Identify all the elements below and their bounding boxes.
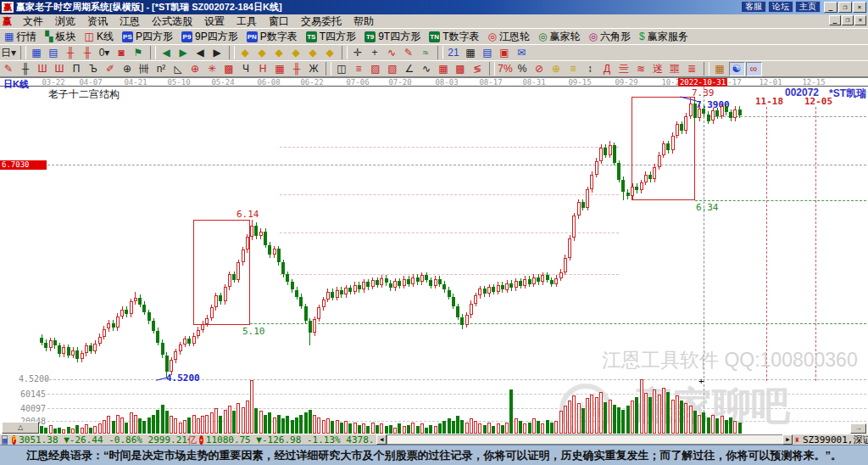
toolbar2-icon-30[interactable]: ▤ bbox=[480, 46, 496, 60]
toolbar3-icon-44[interactable]: ☯ bbox=[729, 62, 745, 76]
titlebar-link-2[interactable]: 主页 bbox=[795, 1, 821, 13]
toolbar3-icon-40[interactable]: 噩 bbox=[667, 62, 683, 76]
toolbar2-icon-23[interactable]: + bbox=[367, 46, 383, 60]
toolbar-button-行情[interactable]: ▦行情 bbox=[0, 30, 41, 44]
toolbar2-icon-19[interactable]: ◆ bbox=[305, 46, 321, 60]
menu-item-6[interactable]: 工具 bbox=[231, 15, 263, 28]
toolbar2-icon-5[interactable]: ╫ bbox=[80, 46, 96, 60]
toolbar3-icon-13[interactable]: ▩ bbox=[221, 62, 237, 76]
menu-item-9[interactable]: 帮助 bbox=[348, 15, 380, 28]
toolbar3-icon-45[interactable]: ∞ bbox=[746, 62, 762, 76]
toolbar2-icon-32[interactable]: ✉ bbox=[514, 46, 530, 60]
menu-item-0[interactable]: 文件 bbox=[17, 15, 49, 28]
toolbar2-icon-31[interactable]: ▣ bbox=[497, 46, 513, 60]
toolbar2-icon-6[interactable]: 0▾ bbox=[97, 46, 113, 60]
period-label[interactable]: 日K线 bbox=[3, 78, 29, 91]
toolbar-button-9T四方形[interactable]: T99T四方形 bbox=[360, 30, 425, 44]
mdi-restore-button[interactable]: ❐ bbox=[842, 15, 854, 25]
toolbar3-icon-4[interactable]: П bbox=[69, 62, 85, 76]
toolbar3-icon-6[interactable]: ✐ bbox=[103, 62, 119, 76]
minimize-button[interactable]: _ bbox=[824, 2, 837, 13]
toolbar2-icon-10[interactable]: ◀ bbox=[159, 46, 175, 60]
toolbar3-icon-41[interactable]: ≣ bbox=[684, 62, 700, 76]
menu-item-4[interactable]: 公式选股 bbox=[146, 15, 198, 28]
chart-scroll-right-button[interactable]: → bbox=[850, 423, 866, 434]
toolbar2-icon-29[interactable]: ▦ bbox=[463, 46, 479, 60]
toolbar2-icon-18[interactable]: ◆ bbox=[288, 46, 304, 60]
toolbar3-icon-0[interactable]: ✎ bbox=[1, 62, 17, 76]
toolbar2-icon-13[interactable]: ▶ bbox=[209, 46, 225, 60]
close-button[interactable]: ✕ bbox=[853, 2, 866, 13]
toolbar3-icon-12[interactable]: ✳ bbox=[204, 62, 220, 76]
toolbar3-icon-39[interactable]: 迷 bbox=[650, 62, 666, 76]
scrollbar-track[interactable] bbox=[387, 434, 782, 445]
scroll-left-button[interactable]: ◀ bbox=[376, 434, 387, 445]
menu-item-5[interactable]: 设置 bbox=[198, 15, 231, 28]
toolbar3-icon-34[interactable]: ≡ bbox=[565, 62, 581, 76]
toolbar3-icon-9[interactable]: n² bbox=[153, 62, 170, 76]
toolbar2-icon-7[interactable]: ◙ bbox=[114, 46, 130, 60]
toolbar3-icon-24[interactable]: ∠ bbox=[402, 62, 418, 76]
menu-item-3[interactable]: 江恩 bbox=[114, 15, 146, 28]
toolbar3-icon-21[interactable]: ≡ bbox=[351, 62, 367, 76]
toolbar2-icon-4[interactable]: ╫ bbox=[63, 46, 79, 60]
toolbar2-icon-28[interactable]: 21 bbox=[446, 46, 462, 60]
toolbar3-icon-28[interactable]: ≶ bbox=[470, 62, 486, 76]
toolbar2-icon-3[interactable]: ▤ bbox=[46, 46, 62, 60]
toolbar-button-P四方形[interactable]: PSP四方形 bbox=[118, 30, 177, 44]
toolbar3-icon-25[interactable]: ∿ bbox=[419, 62, 435, 76]
toolbar3-icon-5[interactable]: Ъ bbox=[86, 62, 102, 76]
expand-volume-button[interactable]: △ bbox=[2, 422, 39, 434]
toolbar3-icon-30[interactable]: 7% bbox=[498, 62, 514, 76]
toolbar3-icon-15[interactable]: Н bbox=[255, 62, 271, 76]
toolbar3-icon-26[interactable]: ▦ bbox=[436, 62, 452, 76]
toolbar2-icon-24[interactable]: ∿ bbox=[384, 46, 400, 60]
toolbar2-icon-20[interactable]: ◆ bbox=[322, 46, 338, 60]
toolbar2-icon-15[interactable]: ◆ bbox=[237, 46, 253, 60]
toolbar3-icon-37[interactable]: 亖 bbox=[616, 62, 632, 76]
menu-item-2[interactable]: 资讯 bbox=[81, 15, 114, 28]
toolbar2-icon-17[interactable]: ◆ bbox=[271, 46, 287, 60]
restore-button[interactable]: ❐ bbox=[838, 2, 852, 13]
toolbar2-icon-12[interactable]: ◀ bbox=[192, 46, 209, 60]
toolbar3-icon-3[interactable]: Ш bbox=[52, 62, 68, 76]
toolbar3-icon-35[interactable]: ↕ bbox=[582, 62, 598, 76]
toolbar2-icon-16[interactable]: ◆ bbox=[254, 46, 270, 60]
toolbar3-icon-38[interactable]: ≋ bbox=[633, 62, 649, 76]
toolbar2-icon-25[interactable]: ✎ bbox=[401, 46, 417, 60]
toolbar3-icon-43[interactable]: ▦ bbox=[712, 62, 728, 76]
titlebar-link-0[interactable]: 客服 bbox=[741, 1, 766, 13]
toolbar2-icon-0[interactable]: 日▾ bbox=[1, 46, 17, 60]
toolbar3-icon-17[interactable]: ╫ bbox=[289, 62, 305, 76]
toolbar2-icon-26[interactable]: ≈ bbox=[418, 46, 434, 60]
toolbar-button-T数字表[interactable]: TNT数字表 bbox=[425, 30, 483, 44]
toolbar-button-板块[interactable]: ▚板块 bbox=[41, 30, 80, 44]
toolbar3-icon-27[interactable]: ▩ bbox=[453, 62, 469, 76]
toolbar3-icon-23[interactable]: ▧ bbox=[385, 62, 401, 76]
toolbar3-icon-8[interactable]: 卌 bbox=[136, 62, 153, 76]
chart-pane[interactable]: 03-2204-0704-2105-1005-2406-0806-2207-06… bbox=[0, 77, 868, 434]
toolbar3-icon-22[interactable]: ▨ bbox=[368, 62, 384, 76]
toolbar3-icon-18[interactable]: Ж bbox=[306, 62, 322, 76]
toolbar3-icon-2[interactable]: Ш bbox=[35, 62, 51, 76]
toolbar-button-江恩轮[interactable]: ◎江恩轮 bbox=[483, 30, 533, 44]
toolbar-button-T四方形[interactable]: TST四方形 bbox=[302, 30, 360, 44]
quote-grid-icon[interactable]: ▦ bbox=[2, 435, 8, 445]
toolbar3-icon-32[interactable]: ⊘ bbox=[531, 62, 548, 76]
toolbar-button-赢家服务[interactable]: $赢家服务 bbox=[635, 30, 693, 44]
toolbar3-icon-7[interactable]: ⊕ bbox=[120, 62, 136, 76]
toolbar3-icon-11[interactable]: ⊕ bbox=[187, 62, 203, 76]
toolbar3-icon-31[interactable]: % bbox=[515, 62, 531, 76]
toolbar3-icon-14[interactable]: Ч bbox=[238, 62, 254, 76]
toolbar3-icon-33[interactable]: ⊕ bbox=[548, 62, 565, 76]
menu-item-8[interactable]: 交易委托 bbox=[295, 15, 348, 28]
toolbar2-icon-22[interactable]: ✛ bbox=[350, 46, 366, 60]
toolbar-button-9P四方形[interactable]: P99P四方形 bbox=[177, 30, 242, 44]
toolbar3-icon-10[interactable]: ◺ bbox=[170, 62, 186, 76]
toolbar-button-六角形[interactable]: ◎六角形 bbox=[584, 30, 634, 44]
toolbar2-icon-2[interactable]: ▦ bbox=[29, 46, 45, 60]
toolbar3-icon-1[interactable]: ╫ bbox=[18, 62, 34, 76]
toolbar3-icon-36[interactable]: Д bbox=[599, 62, 615, 76]
scroll-right-button[interactable]: ▶ bbox=[782, 434, 793, 445]
menu-item-7[interactable]: 窗口 bbox=[263, 15, 295, 28]
